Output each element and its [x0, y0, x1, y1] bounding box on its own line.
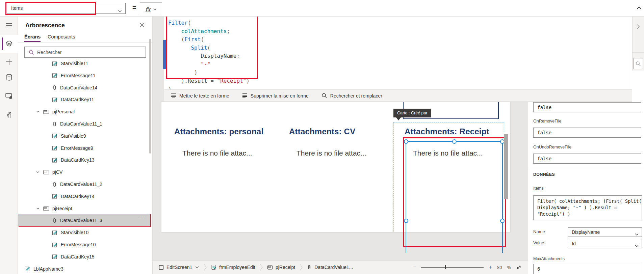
zoom-slider-thumb[interactable] — [445, 265, 446, 270]
formula-editor-panel[interactable]: Filter( colAttachments; (First( Split( D… — [164, 17, 632, 102]
tree-item-ErrorMessage11[interactable]: ErrorMessage11 — [18, 70, 150, 82]
formula-search-button[interactable] — [634, 58, 643, 69]
breadcrumb-item-card[interactable]: pjReceipt — [267, 265, 295, 270]
chevron-down-icon[interactable] — [36, 170, 40, 174]
breadcrumb-label: DataCardValue1... — [314, 265, 353, 270]
card-selection-tooltip: Carte : Créé par — [393, 109, 431, 117]
tree-item-LblAppName3[interactable]: LblAppName3 — [18, 263, 150, 274]
attachment-empty-text[interactable]: There is no file attac... — [297, 149, 366, 157]
media-icon[interactable] — [0, 89, 18, 104]
tree-item-DataCardKey11[interactable]: DataCardKey11 — [18, 93, 150, 106]
name-dropdown[interactable]: DisplayName — [568, 227, 642, 237]
chevron-down-icon — [195, 266, 199, 269]
find-replace-button[interactable]: Rechercher et remplacer — [321, 93, 382, 99]
tree-view-panel: Arborescence Écrans Composants Recherche… — [18, 17, 153, 274]
attachment-card-title: Attachments: personal — [174, 127, 263, 136]
search-icon — [321, 93, 327, 99]
maxattachments-label: MaxAttachments — [533, 256, 565, 261]
tree-item-StarVisible10[interactable]: StarVisible10 — [18, 226, 150, 239]
format-text-button[interactable]: Mettre le texte en forme — [171, 93, 229, 99]
chevron-down-icon[interactable] — [36, 207, 40, 211]
tree-item-DataCardValue11_1[interactable]: DataCardValue11_1 — [18, 118, 150, 130]
property-selector-dropdown[interactable]: Items — [7, 3, 126, 14]
formula-code-line: ) — [168, 68, 250, 77]
items-formula-input[interactable]: Filter( colAttachments; (First( Split( D… — [533, 195, 642, 220]
onaddfile-value-input[interactable]: false — [533, 102, 641, 112]
zoom-in-button[interactable]: + — [489, 264, 492, 271]
tree-item-pjCV[interactable]: pjCV — [18, 166, 150, 178]
tree-item-pjReceipt[interactable]: pjReceipt — [18, 202, 150, 215]
paperclip-icon — [307, 265, 312, 270]
attachment-empty-text[interactable]: There is no file attac... — [182, 149, 252, 157]
tree-view-icon[interactable] — [0, 36, 18, 51]
items-formula-line: "Receipt") ) — [537, 211, 642, 217]
collapse-formula-bar-icon[interactable] — [636, 5, 642, 12]
onundoremovefile-value-input[interactable]: false — [533, 154, 641, 164]
zoom-slider[interactable] — [421, 267, 484, 268]
pencil-box-icon — [52, 254, 58, 259]
tree-item-label: DataCardKey14 — [61, 194, 95, 199]
breadcrumb-label: pjReceipt — [276, 265, 295, 270]
pencil-box-icon — [52, 61, 58, 66]
fx-dropdown[interactable]: fx — [140, 2, 162, 16]
resize-handle-middle-left[interactable] — [404, 219, 408, 223]
data-icon[interactable] — [0, 70, 18, 85]
tree-item-DataCardValue11_3[interactable]: DataCardValue11_3··· — [18, 214, 150, 226]
tree-item-label: DataCardValue14 — [60, 85, 97, 90]
fit-to-window-icon[interactable] — [516, 265, 522, 270]
resize-handle-top-left[interactable] — [404, 139, 408, 144]
data-section-title: DONNÉES — [533, 172, 555, 177]
formula-scrollbar[interactable] — [163, 40, 166, 69]
paperclip-icon — [52, 85, 57, 90]
menu-icon[interactable] — [0, 18, 18, 33]
tree-item-ErrorMessage9[interactable]: ErrorMessage9 — [18, 142, 150, 154]
value-dropdown[interactable]: Id — [568, 239, 642, 248]
selection-edge-right[interactable] — [502, 141, 503, 253]
datacard-icon — [43, 206, 49, 211]
tree-item-DataCardKey14[interactable]: DataCardKey14 — [18, 190, 150, 202]
maxattachments-input[interactable]: 6 — [533, 264, 641, 274]
items-formula-line: DisplayName; "-" ) ).Result = — [537, 204, 642, 211]
tree-item-StarVisible11[interactable]: StarVisible11 — [18, 57, 150, 70]
formula-code[interactable]: Filter( colAttachments; (First( Split( D… — [168, 19, 250, 93]
pencil-box-icon — [25, 266, 30, 272]
pencil-box-icon — [52, 242, 58, 248]
tree-item-ErrorMessage10[interactable]: ErrorMessage10 — [18, 239, 150, 251]
resize-handle-middle-right[interactable] — [500, 219, 505, 223]
tree-item-label: ErrorMessage9 — [61, 145, 93, 151]
clear-format-label: Supprimer la mise en forme — [251, 93, 309, 99]
tree-scrollbar[interactable] — [149, 39, 151, 154]
tree-item-DataCardKey13[interactable]: DataCardKey13 — [18, 154, 150, 166]
screen-icon — [159, 265, 164, 270]
item-options-menu[interactable]: ··· — [138, 215, 144, 221]
chevron-right-icon[interactable] — [636, 24, 641, 31]
insert-icon[interactable] — [0, 54, 18, 69]
clear-format-button[interactable]: Supprimer la mise en forme — [242, 93, 309, 99]
tree-item-StarVisible9[interactable]: StarVisible9 — [18, 130, 150, 142]
canvas-scrollbar[interactable] — [504, 134, 508, 199]
selected-control-red-highlight — [403, 137, 506, 247]
selection-edge-left[interactable] — [406, 141, 406, 253]
formula-code-line: colAttachments; — [168, 27, 250, 36]
left-navigation-rail — [0, 17, 18, 274]
zoom-out-button[interactable]: − — [413, 264, 416, 271]
tree-item-label: DataCardKey13 — [61, 157, 95, 163]
screen-selector[interactable]: EditScreen1 — [159, 265, 199, 270]
items-label: Items — [533, 186, 544, 191]
breadcrumb-item-form[interactable]: frmEmployeeEdit — [211, 265, 255, 270]
tree-item-DataCardValue14[interactable]: DataCardValue14 — [18, 82, 150, 94]
onremovefile-value-input[interactable]: false — [533, 128, 641, 138]
tree-item-pjPersonal[interactable]: pjPersonal — [18, 106, 150, 118]
chevron-down-icon[interactable] — [36, 110, 40, 114]
pencil-box-icon — [52, 133, 58, 139]
breadcrumb-separator-icon — [203, 263, 207, 272]
advanced-tools-icon[interactable] — [0, 107, 18, 122]
tree-item-DataCardKey15[interactable]: DataCardKey15 — [18, 251, 150, 263]
name-label: Name — [533, 229, 545, 234]
property-label: OnRemoveFile — [533, 119, 561, 124]
resize-handle-top-center[interactable] — [452, 139, 457, 144]
tree-item-label: DataCardValue11_1 — [60, 121, 102, 127]
tree-item-DataCardValue11_2[interactable]: DataCardValue11_2 — [18, 178, 150, 190]
breadcrumb-item-control[interactable]: DataCardValue1... — [307, 265, 353, 270]
zoom-percent-sign: % — [507, 265, 511, 270]
